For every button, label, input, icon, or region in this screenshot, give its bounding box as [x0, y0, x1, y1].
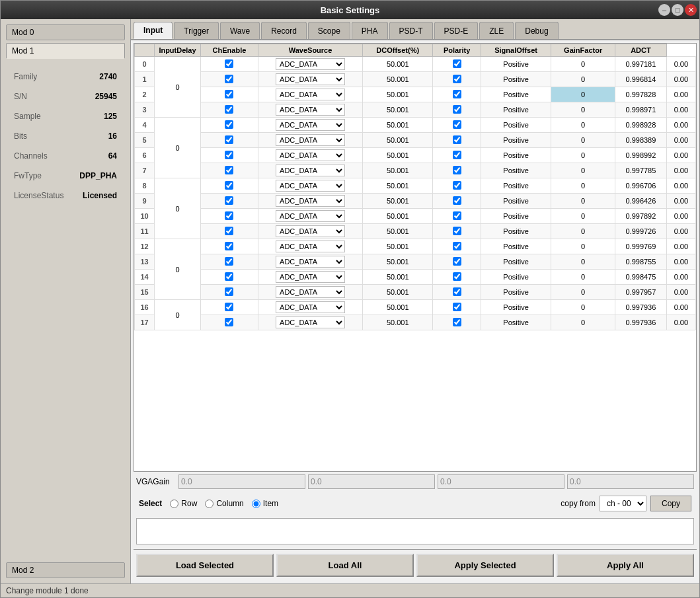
wave-source-select[interactable]: ADC_DATA — [276, 58, 345, 70]
ch-enable-cell — [201, 178, 258, 194]
radio-row[interactable] — [170, 500, 178, 508]
wave-source-select[interactable]: ADC_DATA — [276, 180, 345, 192]
polarity-checkbox[interactable] — [453, 120, 461, 129]
row-number: 9 — [135, 194, 155, 209]
polarity-checkbox[interactable] — [453, 272, 461, 281]
polarity-checkbox[interactable] — [453, 211, 461, 220]
ch-enable-checkbox[interactable] — [225, 135, 233, 144]
polarity-checkbox[interactable] — [453, 227, 461, 235]
vga-label: VGAGain — [136, 477, 176, 486]
polarity-checkbox[interactable] — [453, 257, 461, 266]
sidebar-mod2[interactable]: Mod 2 — [6, 562, 125, 578]
polarity-checkbox[interactable] — [453, 318, 461, 326]
polarity-checkbox[interactable] — [453, 75, 461, 83]
ch-enable-checkbox[interactable] — [225, 90, 233, 98]
wave-source-select[interactable]: ADC_DATA — [276, 73, 345, 85]
tab-zle[interactable]: ZLE — [479, 22, 514, 39]
polarity-checkbox[interactable] — [453, 135, 461, 144]
vga-input-4[interactable] — [567, 474, 694, 489]
apply-all-button[interactable]: Apply All — [557, 554, 694, 577]
wave-source-select[interactable]: ADC_DATA — [276, 271, 345, 283]
radio-group-column: Column — [205, 499, 243, 508]
copy-button[interactable]: Copy — [650, 496, 691, 511]
ch-enable-checkbox[interactable] — [225, 242, 233, 250]
wave-source-select[interactable]: ADC_DATA — [276, 286, 345, 298]
ch-enable-checkbox[interactable] — [225, 181, 233, 190]
wave-source-select[interactable]: ADC_DATA — [276, 225, 345, 237]
radio-item[interactable] — [252, 500, 260, 508]
ch-enable-checkbox[interactable] — [225, 166, 233, 174]
row-number: 15 — [135, 285, 155, 300]
wave-source-select[interactable]: ADC_DATA — [276, 104, 345, 116]
wave-source-select[interactable]: ADC_DATA — [276, 165, 345, 176]
polarity-checkbox[interactable] — [453, 303, 461, 311]
ch-enable-checkbox[interactable] — [225, 318, 233, 326]
load-selected-button[interactable]: Load Selected — [136, 554, 274, 577]
ch-enable-checkbox[interactable] — [225, 211, 233, 220]
tab-psd-e[interactable]: PSD-E — [434, 22, 479, 39]
wave-source-select[interactable]: ADC_DATA — [276, 149, 345, 161]
ch-enable-checkbox[interactable] — [225, 59, 233, 68]
wave-source-select[interactable]: ADC_DATA — [276, 89, 345, 100]
polarity-checkbox[interactable] — [453, 59, 461, 68]
polarity-checkbox[interactable] — [453, 287, 461, 296]
signal-offset-cell: 0 — [551, 133, 615, 148]
tab-input[interactable]: Input — [134, 22, 173, 39]
ch-enable-checkbox[interactable] — [225, 120, 233, 129]
ch-enable-checkbox[interactable] — [225, 257, 233, 266]
gain-factor-cell: 0.996426 — [615, 194, 667, 209]
polarity-checkbox[interactable] — [453, 151, 461, 159]
table-row: 80ADC_DATA50.001Positive00.9967060.00 — [135, 178, 696, 194]
maximize-button[interactable]: □ — [672, 4, 683, 16]
title-bar: Basic Settings – □ ✕ — [1, 1, 699, 19]
wave-source-select[interactable]: ADC_DATA — [276, 195, 345, 207]
wave-source-select[interactable]: ADC_DATA — [276, 241, 345, 252]
wave-source-select[interactable]: ADC_DATA — [276, 210, 345, 222]
polarity-check-cell — [433, 148, 481, 163]
load-all-button[interactable]: Load All — [276, 554, 414, 577]
ch-enable-checkbox[interactable] — [225, 196, 233, 205]
ch-enable-checkbox[interactable] — [225, 303, 233, 311]
copy-from-label: copy from — [561, 499, 596, 508]
ch-enable-checkbox[interactable] — [225, 105, 233, 114]
polarity-checkbox[interactable] — [453, 196, 461, 205]
close-button[interactable]: ✕ — [685, 4, 697, 16]
vga-input-2[interactable] — [308, 474, 435, 489]
tabs-bar: InputTriggerWaveRecordScopePHAPSD-TPSD-E… — [131, 19, 699, 40]
polarity-checkbox[interactable] — [453, 242, 461, 250]
copy-from-select[interactable]: ch - 00ch - 01ch - 02 — [600, 496, 646, 511]
polarity-checkbox[interactable] — [453, 166, 461, 174]
table-row: 2ADC_DATA50.001Positive00.9978280.00 — [135, 87, 696, 102]
tab-scope[interactable]: Scope — [308, 22, 350, 39]
ch-enable-checkbox[interactable] — [225, 272, 233, 281]
polarity-checkbox[interactable] — [453, 181, 461, 190]
polarity-checkbox[interactable] — [453, 90, 461, 98]
vga-input-3[interactable] — [438, 474, 564, 489]
ch-enable-checkbox[interactable] — [225, 227, 233, 235]
table-container[interactable]: InputDelayChEnableWaveSourceDCOffset(%)P… — [134, 43, 697, 472]
polarity-cell: Positive — [481, 163, 551, 178]
sidebar-mod1[interactable]: Mod 1 — [6, 43, 125, 59]
wave-source-select[interactable]: ADC_DATA — [276, 134, 345, 146]
notes-textarea[interactable] — [136, 518, 694, 544]
apply-selected-button[interactable]: Apply Selected — [416, 554, 554, 577]
tab-pha[interactable]: PHA — [352, 22, 388, 39]
sidebar-mod0[interactable]: Mod 0 — [6, 24, 125, 40]
wave-source-select[interactable]: ADC_DATA — [276, 119, 345, 131]
table-header: InputDelay — [155, 44, 201, 57]
wave-source-select[interactable]: ADC_DATA — [276, 301, 345, 313]
ch-enable-checkbox[interactable] — [225, 151, 233, 159]
tab-record[interactable]: Record — [261, 22, 307, 39]
tab-debug[interactable]: Debug — [515, 22, 558, 39]
ch-enable-checkbox[interactable] — [225, 75, 233, 83]
tab-wave[interactable]: Wave — [220, 22, 260, 39]
minimize-button[interactable]: – — [658, 4, 670, 16]
wave-source-select[interactable]: ADC_DATA — [276, 317, 345, 328]
tab-trigger[interactable]: Trigger — [174, 22, 219, 39]
vga-input-1[interactable] — [178, 474, 305, 489]
radio-column[interactable] — [205, 500, 214, 508]
polarity-checkbox[interactable] — [453, 105, 461, 114]
ch-enable-checkbox[interactable] — [225, 287, 233, 296]
tab-psd-t[interactable]: PSD-T — [389, 22, 433, 39]
wave-source-select[interactable]: ADC_DATA — [276, 256, 345, 268]
